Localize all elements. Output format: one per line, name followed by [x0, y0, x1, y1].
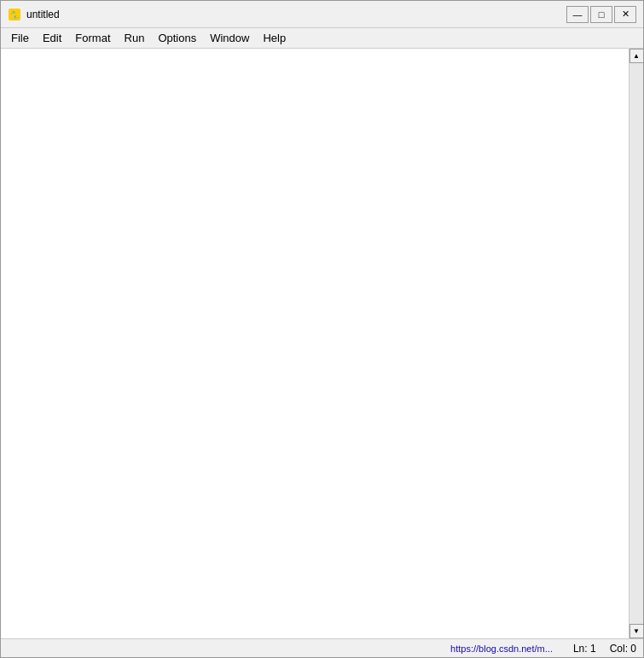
main-window: 🐍 untitled — □ ✕ FileEditFormatRunOption…: [0, 0, 644, 658]
editor-area: ▲ ▼: [1, 49, 643, 638]
window-title: untitled: [26, 9, 566, 20]
title-bar: 🐍 untitled — □ ✕: [1, 1, 643, 28]
menu-item-options[interactable]: Options: [151, 30, 203, 47]
svg-text:🐍: 🐍: [10, 10, 20, 20]
col-number: Col: 0: [610, 643, 636, 655]
code-editor[interactable]: [1, 49, 629, 638]
minimize-button[interactable]: —: [566, 6, 589, 23]
window-controls: — □ ✕: [566, 6, 636, 23]
menu-item-format[interactable]: Format: [68, 30, 117, 47]
scroll-down-button[interactable]: ▼: [629, 624, 644, 638]
menu-bar: FileEditFormatRunOptionsWindowHelp: [1, 28, 643, 49]
status-bar: https://blog.csdn.net/m... Ln: 1 Col: 0: [1, 638, 643, 657]
line-number: Ln: 1: [573, 643, 596, 655]
app-icon: 🐍: [8, 8, 21, 21]
maximize-button[interactable]: □: [590, 6, 612, 23]
menu-item-window[interactable]: Window: [203, 30, 256, 47]
menu-item-help[interactable]: Help: [256, 30, 293, 47]
menu-item-file[interactable]: File: [4, 30, 36, 47]
status-url: https://blog.csdn.net/m...: [8, 643, 560, 654]
scroll-up-button[interactable]: ▲: [629, 49, 644, 63]
menu-item-run[interactable]: Run: [118, 30, 152, 47]
menu-item-edit[interactable]: Edit: [36, 30, 68, 47]
scroll-track[interactable]: [629, 63, 643, 624]
vertical-scrollbar: ▲ ▼: [629, 49, 643, 638]
close-button[interactable]: ✕: [614, 6, 636, 23]
